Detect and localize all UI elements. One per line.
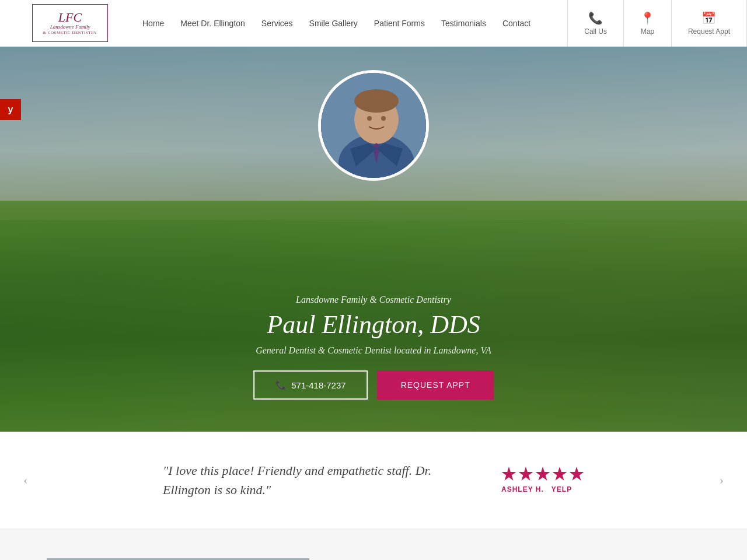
appt-label: Request Appt — [688, 27, 730, 36]
map-label: Map — [641, 27, 654, 36]
logo-area[interactable]: LFC Lansdowne Family & COSMETIC DENTISTR… — [12, 4, 128, 42]
star-rating — [501, 467, 584, 482]
star-2 — [518, 467, 533, 482]
nav-forms[interactable]: Patient Forms — [366, 19, 433, 28]
testimonial-content: "I love this place! Friendly and empathe… — [163, 461, 584, 499]
main-nav: Home Meet Dr. Ellington Services Smile G… — [134, 19, 539, 28]
nav-contact[interactable]: Contact — [494, 19, 539, 28]
logo-name: Lansdowne Family — [50, 24, 90, 31]
logo-box[interactable]: LFC Lansdowne Family & COSMETIC DENTISTR… — [32, 4, 108, 42]
star-3 — [535, 467, 550, 482]
testimonial-section: ‹ "I love this place! Friendly and empat… — [0, 432, 747, 529]
doctor-photo — [318, 70, 429, 181]
phone-icon: 📞 — [588, 11, 603, 25]
doctor-silhouette — [321, 73, 426, 178]
phone-button[interactable]: 📞 571-418-7237 — [253, 370, 368, 400]
about-section: About Dr. Ellington Paul Ellington, DDS,… — [0, 529, 747, 560]
testimonial-prev-button[interactable]: ‹ — [18, 467, 33, 494]
nav-testimonials[interactable]: Testimonials — [433, 19, 494, 28]
nav-meet[interactable]: Meet Dr. Ellington — [172, 19, 253, 28]
hero-buttons: 📞 571-418-7237 REQUEST APPT — [253, 370, 494, 400]
phone-number: 571-418-7237 — [291, 380, 345, 390]
map-pin-icon: 📍 — [640, 11, 655, 25]
testimonial-next-button[interactable]: › — [714, 467, 729, 494]
nav-gallery[interactable]: Smile Gallery — [301, 19, 366, 28]
hero-description: General Dentist & Cosmetic Dentist locat… — [169, 345, 578, 356]
reviewer: ASHLEY H. YELP — [501, 485, 572, 494]
star-5 — [569, 467, 584, 482]
hero-section: Lansdowne Family & Cosmetic Dentistry Pa… — [0, 47, 747, 432]
svg-point-6 — [381, 116, 386, 121]
reviewer-name: ASHLEY H. — [501, 485, 544, 494]
call-us-button[interactable]: 📞 Call Us — [568, 0, 624, 47]
map-button[interactable]: 📍 Map — [624, 0, 672, 47]
call-label: Call Us — [584, 27, 607, 36]
logo-monogram: LFC — [58, 11, 82, 24]
header: LFC Lansdowne Family & COSMETIC DENTISTR… — [0, 0, 747, 47]
phone-icon-btn: 📞 — [275, 380, 287, 390]
star-4 — [552, 467, 567, 482]
calendar-icon: 📅 — [701, 11, 716, 25]
yelp-button[interactable]: y — [0, 99, 21, 120]
nav-home[interactable]: Home — [134, 19, 172, 28]
request-appt-hero-button[interactable]: REQUEST APPT — [378, 370, 494, 400]
utility-bar: 📞 Call Us 📍 Map 📅 Request Appt — [567, 0, 747, 47]
reviewer-source: YELP — [551, 485, 572, 494]
svg-point-5 — [367, 116, 372, 121]
request-appt-header-button[interactable]: 📅 Request Appt — [672, 0, 747, 47]
logo-sub: & COSMETIC DENTISTRY — [43, 30, 97, 35]
hero-content: Lansdowne Family & Cosmetic Dentistry Pa… — [169, 295, 578, 356]
star-1 — [501, 467, 516, 482]
testimonial-quote: "I love this place! Friendly and empathe… — [163, 461, 466, 499]
hero-doctor-name: Paul Ellington, DDS — [169, 310, 578, 340]
svg-point-4 — [354, 89, 399, 113]
hero-practice-name: Lansdowne Family & Cosmetic Dentistry — [169, 295, 578, 305]
nav-services[interactable]: Services — [253, 19, 301, 28]
testimonial-rating: ASHLEY H. YELP — [501, 467, 584, 494]
